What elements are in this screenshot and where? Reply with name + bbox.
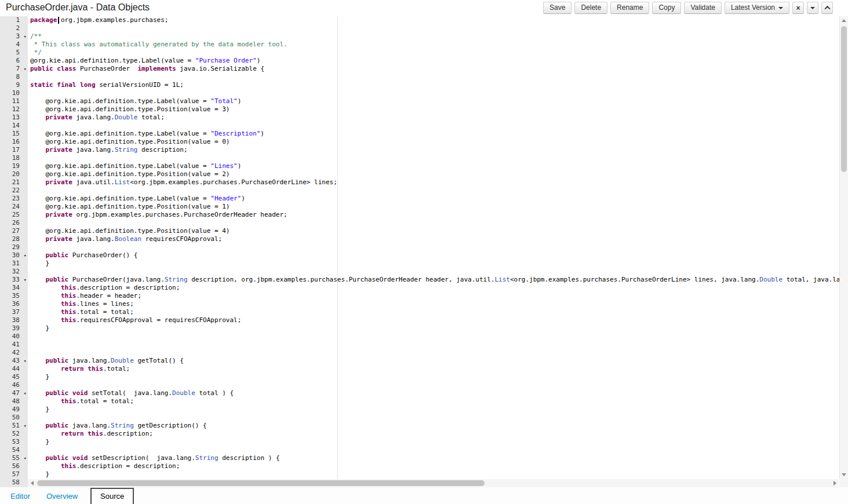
code-line[interactable] — [30, 243, 839, 251]
code-line[interactable]: } — [30, 324, 839, 333]
gutter-line[interactable]: 4 — [0, 41, 28, 49]
gutter-line[interactable]: 17 — [0, 146, 28, 154]
code-line[interactable]: return this.total; — [30, 365, 839, 373]
code-line[interactable]: } — [30, 373, 839, 381]
code-line[interactable] — [30, 381, 839, 389]
gutter-line[interactable]: 27 — [0, 227, 28, 235]
gutter-line[interactable]: 38 — [0, 316, 28, 324]
code-line[interactable]: private java.lang.Double total; — [30, 114, 839, 122]
gutter-line[interactable]: 30▾ — [0, 251, 28, 260]
gutter-line[interactable]: 43▾ — [0, 357, 28, 365]
gutter-line[interactable]: 11 — [0, 97, 28, 105]
code-line[interactable]: this.requiresCFOApproval = requiresCFOAp… — [30, 316, 839, 324]
gutter-line[interactable]: 5 — [0, 49, 28, 57]
gutter-line[interactable]: 51▾ — [0, 422, 28, 430]
gutter-line[interactable]: 6 — [0, 57, 28, 65]
code-line[interactable]: public java.lang.Double getTotal() { — [30, 357, 839, 365]
scroll-right-button[interactable] — [831, 479, 839, 487]
gutter-line[interactable]: 16 — [0, 138, 28, 146]
code-line[interactable] — [30, 154, 839, 162]
code-line[interactable]: this.total = total; — [30, 308, 839, 316]
tab-editor[interactable]: Editor — [10, 492, 30, 501]
code-line[interactable]: private org.jbpm.examples.purchases.Purc… — [30, 211, 839, 219]
gutter-line[interactable]: 58 — [0, 479, 28, 487]
fold-toggle-icon[interactable]: ▾ — [24, 32, 27, 41]
tab-overview[interactable]: Overview — [46, 492, 78, 501]
code-line[interactable]: private java.util.List<org.jbpm.examples… — [30, 178, 839, 187]
gutter-line[interactable]: 2 — [0, 24, 28, 32]
code-line[interactable]: this.lines = lines; — [30, 300, 839, 308]
gutter-line[interactable]: 21 — [0, 178, 28, 187]
code-line[interactable] — [30, 89, 839, 97]
code-line[interactable]: public void setDescription( java.lang.St… — [30, 454, 839, 462]
gutter-line[interactable]: 19 — [0, 162, 28, 170]
gutter-line[interactable]: 32 — [0, 268, 28, 276]
code-line[interactable]: public PurchaseOrder() { — [30, 251, 839, 260]
code-line[interactable]: static final long serialVersionUID = 1L; — [30, 81, 839, 89]
code-line[interactable]: @org.kie.api.definition.type.Position(va… — [30, 170, 839, 178]
horizontal-scrollbar[interactable] — [28, 479, 839, 487]
scroll-up-button[interactable] — [840, 16, 848, 25]
gutter-line[interactable]: 41 — [0, 341, 28, 349]
code-line[interactable] — [30, 414, 839, 422]
gutter-line[interactable]: 23 — [0, 195, 28, 203]
gutter-line[interactable]: 37 — [0, 308, 28, 316]
code-line[interactable]: package org.jbpm.examples.purchases; — [30, 16, 839, 24]
gutter-line[interactable]: 39 — [0, 324, 28, 333]
gutter-line[interactable]: 44 — [0, 365, 28, 373]
gutter-line[interactable]: 13 — [0, 114, 28, 122]
scroll-down-button[interactable] — [840, 470, 848, 479]
code-line[interactable]: public PurchaseOrder(java.lang.String de… — [30, 276, 839, 284]
fold-toggle-icon[interactable]: ▾ — [24, 276, 27, 284]
code-line[interactable] — [30, 349, 839, 357]
validate-button[interactable]: Validate — [684, 2, 721, 14]
code-line[interactable]: public class PurchaseOrder implements ja… — [30, 65, 839, 73]
gutter-line[interactable]: 29 — [0, 243, 28, 251]
save-button[interactable]: Save — [543, 2, 572, 14]
collapse-panel-button[interactable] — [821, 2, 833, 14]
gutter-line[interactable]: 24 — [0, 203, 28, 211]
code-line[interactable] — [30, 24, 839, 32]
scroll-left-button[interactable] — [28, 479, 36, 487]
gutter-line[interactable]: 57 — [0, 470, 28, 479]
fold-toggle-icon[interactable]: ▾ — [24, 422, 27, 430]
fold-toggle-icon[interactable]: ▾ — [24, 357, 27, 365]
code-line[interactable]: */ — [30, 49, 839, 57]
fold-toggle-icon[interactable]: ▾ — [24, 454, 27, 462]
line-number-gutter[interactable]: 123▾4567▾8910111213141516171819202122232… — [0, 16, 28, 487]
code-line[interactable]: * This class was automatically generated… — [30, 41, 839, 49]
gutter-line[interactable]: 54 — [0, 446, 28, 454]
code-line[interactable] — [30, 268, 839, 276]
gutter-line[interactable]: 10 — [0, 89, 28, 97]
gutter-line[interactable]: 15 — [0, 130, 28, 138]
gutter-line[interactable]: 56 — [0, 462, 28, 470]
code-line[interactable] — [30, 333, 839, 341]
gutter-line[interactable]: 47▾ — [0, 389, 28, 397]
code-line[interactable]: private java.lang.Boolean requiresCFOApp… — [30, 235, 839, 243]
code-line[interactable] — [30, 446, 839, 454]
gutter-line[interactable]: 26 — [0, 219, 28, 227]
code-line[interactable]: @org.kie.api.definition.type.Label(value… — [30, 162, 839, 170]
gutter-line[interactable]: 20 — [0, 170, 28, 178]
gutter-line[interactable]: 28 — [0, 235, 28, 243]
gutter-line[interactable]: 34 — [0, 284, 28, 292]
fold-toggle-icon[interactable]: ▾ — [24, 65, 27, 73]
code-line[interactable]: @org.kie.api.definition.type.Label(value… — [30, 130, 839, 138]
code-line[interactable]: } — [30, 470, 839, 479]
gutter-line[interactable]: 36 — [0, 300, 28, 308]
code-line[interactable]: this.header = header; — [30, 292, 839, 300]
tab-source[interactable]: Source — [90, 488, 134, 504]
fold-toggle-icon[interactable]: ▾ — [24, 251, 27, 260]
code-line[interactable]: this.description = description; — [30, 462, 839, 470]
code-area[interactable]: package org.jbpm.examples.purchases;/** … — [28, 16, 839, 487]
close-button[interactable]: × — [792, 2, 804, 14]
gutter-line[interactable]: 42 — [0, 349, 28, 357]
code-line[interactable]: private java.lang.String description; — [30, 146, 839, 154]
code-line[interactable] — [30, 187, 839, 195]
gutter-line[interactable]: 22 — [0, 187, 28, 195]
gutter-line[interactable]: 33▾ — [0, 276, 28, 284]
vertical-scrollbar-thumb[interactable] — [841, 26, 847, 172]
code-line[interactable]: this.total = total; — [30, 397, 839, 406]
fold-toggle-icon[interactable]: ▾ — [24, 389, 27, 397]
code-line[interactable]: } — [30, 260, 839, 268]
